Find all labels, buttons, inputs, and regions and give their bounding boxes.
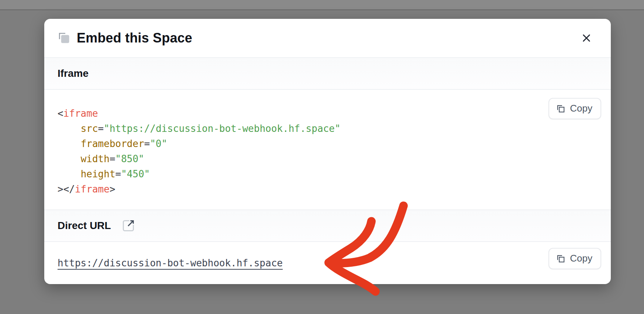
direct-url-section-header: Direct URL — [44, 209, 611, 242]
copy-icon — [556, 254, 565, 263]
close-icon — [580, 32, 593, 44]
close-button[interactable] — [578, 30, 595, 46]
iframe-code-area: <iframe src="https://discussion-bot-webh… — [44, 90, 611, 209]
direct-url-heading: Direct URL — [58, 220, 111, 232]
embed-space-modal: Embed this Space Iframe <iframe src="htt… — [44, 19, 611, 284]
modal-header: Embed this Space — [44, 19, 611, 57]
copy-url-label: Copy — [570, 253, 592, 264]
iframe-section-header: Iframe — [44, 57, 611, 90]
background-page-header-strip — [0, 0, 644, 10]
modal-title: Embed this Space — [77, 30, 192, 46]
copy-iframe-button[interactable]: Copy — [548, 98, 601, 119]
copy-icon — [556, 104, 565, 113]
iframe-code[interactable]: <iframe src="https://discussion-bot-webh… — [58, 106, 598, 197]
copy-iframe-label: Copy — [570, 103, 592, 114]
external-link-icon[interactable] — [121, 218, 136, 233]
direct-url-link[interactable]: https://discussion-bot-webhook.hf.space — [58, 257, 283, 269]
direct-url-area: https://discussion-bot-webhook.hf.space … — [44, 242, 611, 284]
copy-url-button[interactable]: Copy — [548, 248, 601, 269]
embed-squares-icon — [58, 31, 71, 45]
iframe-heading: Iframe — [58, 68, 89, 79]
